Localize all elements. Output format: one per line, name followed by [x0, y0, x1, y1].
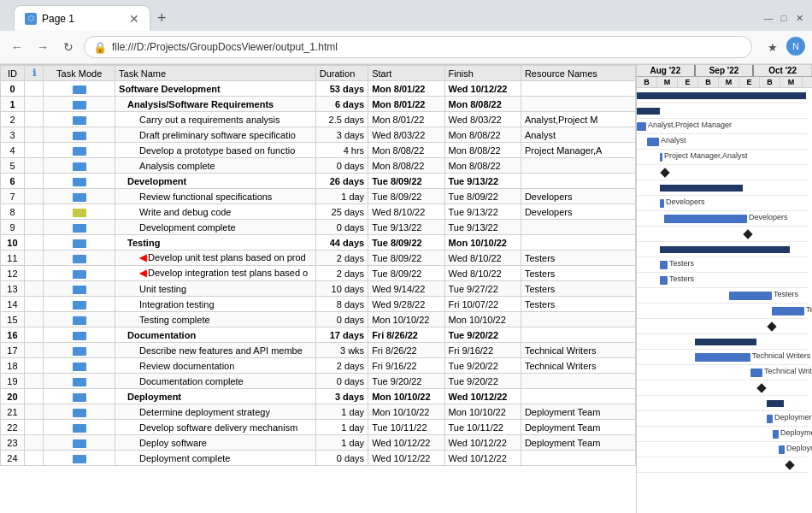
extensions-button[interactable]: ★ — [762, 37, 783, 57]
table-row[interactable]: 10 Testing 44 days Tue 8/09/22 Mon 10/10… — [1, 235, 636, 251]
milestone-diamond — [767, 321, 776, 331]
cell-name: Develop software delivery mechanism — [115, 420, 316, 435]
cell-info — [24, 266, 43, 281]
cell-finish: Fri 10/07/22 — [444, 297, 521, 312]
cell-duration: 25 days — [315, 204, 368, 220]
col-header-info: ℹ — [24, 66, 43, 81]
cell-mode — [44, 235, 115, 251]
table-row[interactable]: 24 Deployment complete 0 days Wed 10/12/… — [1, 451, 636, 466]
gantt-row — [637, 380, 808, 396]
table-row[interactable]: 16 Documentation 17 days Fri 8/26/22 Tue… — [1, 327, 636, 343]
window-controls: — □ ✕ — [762, 12, 805, 24]
cell-id: 9 — [1, 220, 25, 235]
close-button[interactable]: ✕ — [793, 12, 805, 24]
table-row[interactable]: 15 Testing complete 0 days Mon 10/10/22 … — [1, 312, 636, 327]
cell-info — [24, 97, 43, 112]
cell-duration: 26 days — [315, 174, 368, 189]
cell-mode — [44, 127, 115, 143]
new-tab-button[interactable]: + — [157, 9, 167, 27]
gantt-row — [637, 180, 808, 196]
task-grid[interactable]: ID ℹ Task Mode Task Name Duration Start … — [0, 65, 637, 513]
forward-button[interactable]: → — [32, 37, 53, 57]
cell-mode — [44, 404, 115, 420]
cell-resource — [521, 389, 635, 404]
cell-finish: Mon 8/08/22 — [444, 97, 521, 112]
table-row[interactable]: 13 Unit testing 10 days Wed 9/14/22 Tue … — [1, 281, 636, 297]
gantt-bar-label: Technical Writers — [752, 351, 810, 360]
table-row[interactable]: 20 Deployment 3 days Mon 10/10/22 Wed 10… — [1, 389, 636, 404]
table-row[interactable]: 21 Determine deployment strategy 1 day M… — [1, 404, 636, 420]
auto-task-icon — [73, 363, 86, 371]
table-row[interactable]: 4 Develop a prototype based on functio 4… — [1, 143, 636, 158]
col-header-name: Task Name — [115, 66, 316, 81]
cell-finish: Tue 9/13/22 — [444, 204, 521, 220]
auto-task-icon — [73, 255, 86, 263]
table-row[interactable]: 2 Carry out a requirements analysis 2.5 … — [1, 112, 636, 127]
cell-info — [24, 358, 43, 374]
address-bar[interactable]: 🔒 file:///D:/Projects/GroupDocsViewer/ou… — [84, 36, 752, 58]
cell-start: Fri 9/16/22 — [368, 358, 444, 374]
gantt-row: Deployment Team — [637, 442, 808, 457]
minimize-button[interactable]: — — [762, 12, 774, 24]
cell-mode — [44, 97, 115, 112]
cell-duration: 3 wks — [315, 343, 368, 358]
cell-duration: 1 day — [315, 404, 368, 420]
maximize-button[interactable]: □ — [778, 12, 790, 24]
table-row[interactable]: 6 Development 26 days Tue 8/09/22 Tue 9/… — [1, 174, 636, 189]
info-icon: ℹ — [32, 68, 36, 78]
table-row[interactable]: 0 Software Development 53 days Mon 8/01/… — [1, 81, 636, 97]
table-row[interactable]: 14 Integration testing 8 days Wed 9/28/2… — [1, 297, 636, 312]
cell-resource: Developers — [521, 189, 635, 204]
table-row[interactable]: 17 Describe new features and API membe 3… — [1, 343, 636, 358]
cell-resource: Testers — [521, 281, 635, 297]
cell-name: Draft preliminary software specificatio — [115, 127, 316, 143]
table-row[interactable]: 19 Documentation complete 0 days Tue 9/2… — [1, 374, 636, 389]
gantt-row: Developers — [637, 196, 808, 211]
gantt-row: Analyst — [637, 134, 808, 150]
auto-task-icon — [73, 86, 86, 94]
tab-close-button[interactable]: ✕ — [129, 12, 139, 26]
table-row[interactable]: 18 Review documentation 2 days Fri 9/16/… — [1, 358, 636, 374]
table-row[interactable]: 11 ◀Develop unit test plans based on pro… — [1, 251, 636, 266]
gantt-row: Technical Writers — [637, 350, 808, 365]
gantt-task-bar — [660, 199, 664, 208]
cell-duration: 44 days — [315, 235, 368, 251]
cell-id: 1 — [1, 97, 25, 112]
gantt-bar-label: Project Manager,Analyst — [664, 151, 748, 160]
table-row[interactable]: 7 Review functional specifications 1 day… — [1, 189, 636, 204]
col-header-id: ID — [1, 66, 25, 81]
table-row[interactable]: 8 Write and debug code 25 days Wed 8/10/… — [1, 204, 636, 220]
milestone-diamond — [756, 383, 766, 392]
cell-duration: 0 days — [315, 451, 368, 466]
reload-button[interactable]: ↻ — [58, 37, 79, 57]
col-header-finish: Finish — [444, 66, 521, 81]
browser-tab[interactable]: ⬡ Page 1 ✕ — [14, 5, 150, 31]
cell-finish: Fri 9/16/22 — [444, 343, 521, 358]
table-row[interactable]: 12 ◀Develop integration test plans based… — [1, 266, 636, 281]
table-row[interactable]: 23 Deploy software 1 day Wed 10/12/22 We… — [1, 435, 636, 451]
gantt-row: Analyst,Project Manager — [637, 119, 808, 134]
col-header-resource: Resource Names — [521, 66, 635, 81]
cell-id: 6 — [1, 174, 25, 189]
cell-duration: 2 days — [315, 358, 368, 374]
gantt-row — [637, 334, 808, 350]
cell-start: Tue 8/09/22 — [368, 251, 444, 266]
profile-button[interactable]: N — [786, 37, 805, 56]
auto-task-icon — [73, 347, 86, 356]
cell-mode — [44, 374, 115, 389]
cell-id: 17 — [1, 343, 25, 358]
table-row[interactable]: 9 Development complete 0 days Tue 9/13/2… — [1, 220, 636, 235]
cell-name: Deployment complete — [115, 451, 316, 466]
gantt-row: Technical Writers — [637, 365, 808, 380]
back-button[interactable]: ← — [7, 37, 27, 57]
cell-finish: Tue 9/20/22 — [444, 374, 521, 389]
cell-start: Mon 10/10/22 — [368, 404, 444, 420]
cell-start: Mon 8/08/22 — [368, 158, 444, 174]
table-row[interactable]: 22 Develop software delivery mechanism 1… — [1, 420, 636, 435]
cell-resource: Technical Writers — [521, 343, 635, 358]
table-row[interactable]: 3 Draft preliminary software specificati… — [1, 127, 636, 143]
cell-resource — [521, 327, 635, 343]
main-content: ID ℹ Task Mode Task Name Duration Start … — [0, 65, 812, 513]
table-row[interactable]: 1 Analysis/Software Requirements 6 days … — [1, 97, 636, 112]
table-row[interactable]: 5 Analysis complete 0 days Mon 8/08/22 M… — [1, 158, 636, 174]
